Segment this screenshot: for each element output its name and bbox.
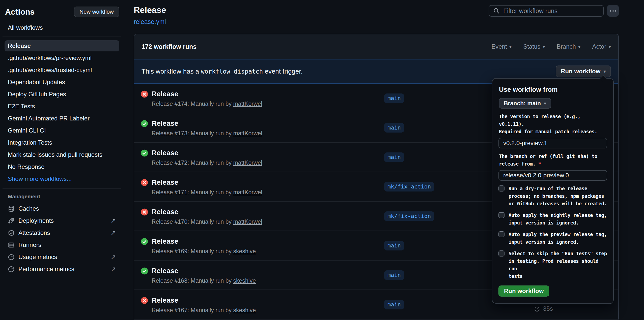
- failure-icon: [141, 208, 148, 216]
- filter-event[interactable]: Event▾: [491, 43, 512, 50]
- checkbox-label-4: Select to skip the "Run Tests" step in t…: [509, 250, 607, 280]
- run-description: Release #174: Manually run by mattKorwel: [152, 101, 384, 107]
- sidebar-item-gemini-cli-ci[interactable]: Gemini CLI CI: [5, 125, 119, 136]
- success-icon: [141, 238, 148, 245]
- run-description: Release #169: Manually run by skeshive: [152, 248, 384, 255]
- checkbox-1[interactable]: [498, 185, 505, 191]
- branch-badge[interactable]: main: [384, 93, 404, 103]
- workflow-file-link[interactable]: release.yml: [134, 18, 166, 25]
- sidebar-item-usage-metrics[interactable]: Usage metrics↗: [5, 251, 119, 263]
- branch-badge[interactable]: main: [384, 300, 404, 309]
- management-list: CachesDeployments↗Attestations↗RunnersUs…: [5, 203, 119, 275]
- field-input-2[interactable]: [498, 170, 607, 181]
- kebab-dots-icon: [610, 10, 611, 12]
- filter-label: Status: [523, 43, 540, 50]
- panel-fields: The version to release (e.g., v0.1.11). …: [498, 113, 607, 181]
- run-title-link[interactable]: Release: [152, 208, 178, 216]
- sidebar-item-label: Performance metrics: [18, 266, 74, 273]
- failure-icon: [141, 90, 148, 98]
- actions-sidebar: Actions New workflow All workflows Relea…: [0, 0, 125, 320]
- branch-select-button[interactable]: Branch: main ▾: [499, 98, 551, 109]
- panel-checkboxes: Run a dry-run of the release process; no…: [498, 185, 607, 280]
- sidebar-item-github-workflows-trusted-ci-yml[interactable]: .github/workflows/trusted-ci.yml: [5, 65, 119, 76]
- required-asterisk: *: [536, 161, 541, 167]
- filter-branch[interactable]: Branch▾: [557, 43, 581, 50]
- failure-icon: [141, 179, 148, 186]
- actor-link[interactable]: mattKorwel: [233, 189, 262, 196]
- run-description: Release #167: Manually run by skeshive: [152, 307, 384, 314]
- sidebar-item-all-workflows[interactable]: All workflows: [5, 22, 119, 33]
- verified-icon: [8, 230, 15, 236]
- actor-link[interactable]: mattKorwel: [233, 101, 262, 107]
- run-description: Release #172: Manually run by mattKorwel: [152, 159, 384, 166]
- branch-badge[interactable]: main: [384, 152, 404, 162]
- banner-text: This workflow has a workflow_dispatch ev…: [142, 68, 303, 75]
- actor-link[interactable]: mattKorwel: [233, 130, 262, 137]
- run-title-link[interactable]: Release: [152, 149, 178, 157]
- run-title-link[interactable]: Release: [152, 296, 178, 304]
- actor-link[interactable]: mattKorwel: [233, 218, 262, 225]
- run-title-link[interactable]: Release: [152, 90, 178, 98]
- chevron-down-icon: ▾: [509, 44, 512, 49]
- branch-badge[interactable]: main: [384, 270, 404, 280]
- run-workflow-submit-button[interactable]: Run workflow: [498, 285, 549, 297]
- filter-workflow-runs-input[interactable]: [503, 7, 599, 15]
- actor-link[interactable]: skeshive: [233, 248, 256, 254]
- run-title-link[interactable]: Release: [152, 178, 178, 186]
- stopwatch-icon: [534, 305, 540, 312]
- actor-link[interactable]: skeshive: [233, 277, 256, 284]
- run-title-link[interactable]: Release: [152, 237, 178, 245]
- sidebar-item-deploy-github-pages[interactable]: Deploy GitHub Pages: [5, 89, 119, 100]
- branch-badge[interactable]: main: [384, 123, 404, 133]
- sidebar-item-dependabot-updates[interactable]: Dependabot Updates: [5, 77, 119, 88]
- checkbox-4[interactable]: [498, 250, 505, 257]
- branch-badge[interactable]: mk/fix-action: [384, 211, 434, 221]
- success-icon: [141, 267, 148, 275]
- run-title-link[interactable]: Release: [152, 119, 178, 127]
- checkbox-3[interactable]: [498, 231, 505, 237]
- actor-link[interactable]: skeshive: [233, 307, 256, 313]
- run-description: Release #173: Manually run by mattKorwel: [152, 130, 384, 137]
- meter-icon: [8, 254, 15, 261]
- filter-actor[interactable]: Actor▾: [592, 43, 611, 50]
- run-workflow-panel: Use workflow from Branch: main ▾ The ver…: [492, 78, 614, 304]
- checkbox-2[interactable]: [498, 212, 505, 218]
- field-label-2: The branch or ref (full git sha) to rele…: [499, 152, 607, 168]
- workflow-options-kebab-button[interactable]: [607, 5, 619, 17]
- sidebar-item-integration-tests[interactable]: Integration Tests: [5, 137, 119, 148]
- sidebar-item-mark-stale-issues-and-pull-requests[interactable]: Mark stale issues and pull requests: [5, 149, 119, 160]
- management-heading: Management: [8, 194, 119, 200]
- sidebar-item-performance-metrics[interactable]: Performance metrics↗: [5, 264, 119, 275]
- sidebar-item-label: Runners: [18, 241, 41, 248]
- field-label-1: The version to release (e.g., v0.1.11). …: [499, 113, 607, 135]
- field-input-1[interactable]: [498, 138, 607, 148]
- filter-workflow-runs-field[interactable]: [489, 5, 604, 17]
- checkbox-group-3: Auto apply the preview release tag, inpu…: [498, 231, 607, 246]
- branch-badge[interactable]: mk/fix-action: [384, 182, 434, 191]
- sidebar-item-show-more-workflows[interactable]: Show more workflows...: [5, 173, 119, 184]
- run-title-link[interactable]: Release: [152, 267, 178, 275]
- filter-status[interactable]: Status▾: [523, 43, 545, 50]
- sidebar-item-e2e-tests[interactable]: E2E Tests: [5, 101, 119, 112]
- sidebar-item-no-response[interactable]: No Response: [5, 161, 119, 172]
- success-icon: [141, 120, 148, 127]
- sidebar-item-deployments[interactable]: Deployments↗: [5, 215, 119, 226]
- new-workflow-button[interactable]: New workflow: [74, 7, 119, 17]
- sidebar-item-release[interactable]: Release: [5, 40, 119, 51]
- sidebar-item-label: Caches: [18, 205, 39, 212]
- sidebar-item-gemini-automated-pr-labeler[interactable]: Gemini Automated PR Labeler: [5, 113, 119, 124]
- external-link-icon: ↗: [110, 266, 116, 272]
- run-description: Release #168: Manually run by skeshive: [152, 277, 384, 284]
- checkbox-label-3: Auto apply the preview release tag, inpu…: [509, 231, 607, 246]
- chevron-down-icon: ▾: [543, 44, 545, 49]
- run-duration: 35s: [543, 305, 553, 312]
- branch-badge[interactable]: main: [384, 241, 404, 250]
- sidebar-item-runners[interactable]: Runners: [5, 239, 119, 250]
- sidebar-item-attestations[interactable]: Attestations↗: [5, 227, 119, 238]
- external-link-icon: ↗: [110, 217, 116, 224]
- actor-link[interactable]: mattKorwel: [233, 159, 262, 166]
- sidebar-item-caches[interactable]: Caches: [5, 203, 119, 214]
- use-workflow-from-heading: Use workflow from: [499, 86, 607, 93]
- external-link-icon: ↗: [110, 254, 116, 260]
- sidebar-item-github-workflows-pr-review-yml[interactable]: .github/workflows/pr-review.yml: [5, 52, 119, 63]
